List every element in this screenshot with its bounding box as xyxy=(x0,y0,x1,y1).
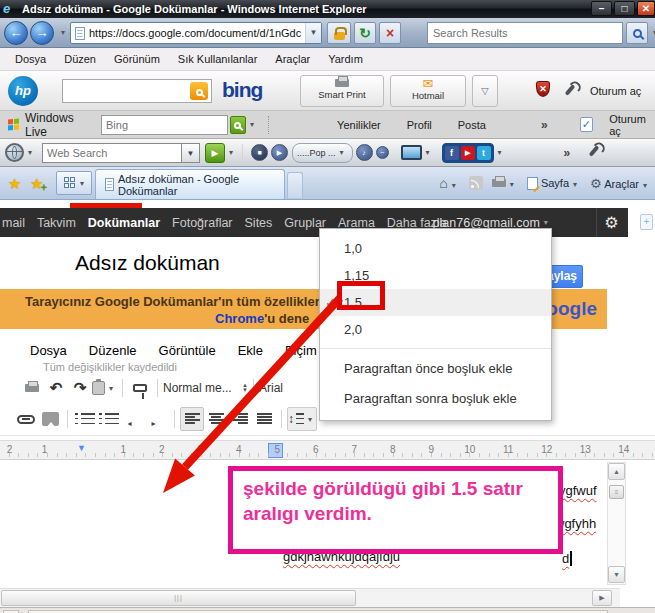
web-search-dropdown[interactable]: ▼ xyxy=(182,143,200,163)
gbar-takvim[interactable]: Takvim xyxy=(37,216,76,230)
indent-marker-icon[interactable]: ▼ xyxy=(77,443,86,453)
web-search-input[interactable] xyxy=(43,144,181,162)
browser-search-box[interactable] xyxy=(427,22,623,44)
chrome-link[interactable]: Chrome xyxy=(215,311,264,326)
media-stop-button[interactable]: ■ xyxy=(251,144,268,161)
paragraph-style-select[interactable]: Normal me... xyxy=(163,381,239,395)
forward-button[interactable]: → xyxy=(30,21,54,45)
hp-toolbar-dropdown[interactable]: ▽ xyxy=(472,75,498,107)
settings-button[interactable]: ⚙ xyxy=(596,208,626,237)
docs-menu-ekle[interactable]: Ekle xyxy=(238,343,263,358)
security-shield-icon[interactable]: ✕ xyxy=(536,81,550,97)
live-overflow-chevron[interactable]: » xyxy=(541,118,548,132)
tv-icon[interactable] xyxy=(401,145,422,160)
gbar-fotograflar[interactable]: Fotoğraflar xyxy=(172,216,232,230)
scroll-up-button[interactable]: ▲ xyxy=(608,463,625,480)
youtube-icon[interactable]: ▶ xyxy=(461,146,475,160)
justify-button[interactable] xyxy=(252,407,276,431)
scroll-down-button[interactable]: ▼ xyxy=(608,566,625,583)
line-spacing-button[interactable]: ↕▾ xyxy=(287,407,317,431)
address-dropdown-icon[interactable]: ▼ xyxy=(305,23,321,43)
align-right-button[interactable] xyxy=(228,407,252,431)
social-dropdown-icon[interactable]: ▾ xyxy=(498,148,502,157)
vertical-scroll-thumb[interactable]: ≡ xyxy=(609,485,624,499)
space-before-paragraph-option[interactable]: Paragraftan önce boşluk ekle xyxy=(320,354,551,384)
menu-gorunum[interactable]: Görünüm xyxy=(105,48,169,71)
spacing-option-1-0[interactable]: 1,0 xyxy=(320,235,551,262)
live-link-posta[interactable]: Posta xyxy=(458,119,486,131)
live-search-input[interactable] xyxy=(102,116,227,134)
live-search-box[interactable] xyxy=(101,115,228,135)
media-station-dropdown-icon[interactable]: ▾ xyxy=(340,144,344,162)
page-menu-button[interactable]: Sayfa▾ xyxy=(527,177,581,190)
gbar-mail[interactable]: mail xyxy=(2,216,25,230)
menu-duzen[interactable]: Düzen xyxy=(55,48,105,71)
live-signin-link[interactable]: Oturum aç xyxy=(609,113,655,137)
space-after-paragraph-option[interactable]: Paragraftan sonra boşluk ekle xyxy=(320,384,551,414)
live-search-button[interactable] xyxy=(230,116,246,134)
docs-menu-dosya[interactable]: Dosya xyxy=(30,343,67,358)
close-button[interactable]: ✕ xyxy=(637,1,655,16)
go-dropdown-icon[interactable]: ▾ xyxy=(229,148,233,157)
home-button[interactable]: ⌂▾ xyxy=(439,175,459,191)
increase-indent-button[interactable] xyxy=(145,407,169,431)
spacing-option-2-0[interactable]: 2,0 xyxy=(320,316,551,343)
wrench-icon[interactable] xyxy=(589,145,600,157)
undo-button[interactable]: ↶ xyxy=(44,376,68,400)
media-station-select[interactable]: .....Pop ... ▾ xyxy=(292,143,353,163)
scroll-right-button[interactable]: ▶ xyxy=(592,590,612,606)
url-text[interactable]: https://docs.google.com/document/d/1nGdc xyxy=(89,27,305,39)
live-link-yenilikler[interactable]: Yenilikler xyxy=(337,119,381,131)
stop-button[interactable]: × xyxy=(379,22,401,44)
gbar-sites[interactable]: Sites xyxy=(245,216,273,230)
gbar-dokumanlar[interactable]: Dokümanlar xyxy=(88,216,160,230)
search-go-button[interactable] xyxy=(626,22,648,44)
menu-araclar[interactable]: Araçlar xyxy=(266,48,319,71)
paint-format-button[interactable] xyxy=(128,376,152,400)
security-lock-button[interactable] xyxy=(327,22,351,44)
insert-image-button[interactable] xyxy=(38,407,62,431)
refresh-button[interactable]: ↻ xyxy=(354,22,376,44)
live-search-dropdown-icon[interactable]: ▾ xyxy=(250,120,254,129)
paste-button[interactable]: ▾ xyxy=(92,376,117,400)
decrease-indent-button[interactable] xyxy=(121,407,145,431)
menu-yardim[interactable]: Yardım xyxy=(319,48,372,71)
live-link-profil[interactable]: Profil xyxy=(407,119,432,131)
tv-dropdown-icon[interactable]: ▾ xyxy=(426,148,430,157)
browser-tab[interactable]: Adsız doküman - Google Dokümanlar xyxy=(95,169,285,199)
font-select[interactable]: Arial xyxy=(259,381,283,395)
horizontal-scroll-thumb[interactable]: ||| xyxy=(1,590,356,606)
history-dropdown-icon[interactable]: ▾ xyxy=(61,28,65,37)
quick-tabs-button[interactable]: ▾ xyxy=(56,171,92,195)
back-button[interactable]: ← xyxy=(4,21,28,45)
insert-link-button[interactable] xyxy=(14,407,38,431)
checkbox-icon[interactable]: ✓ xyxy=(580,117,594,132)
wrench-icon[interactable] xyxy=(565,84,576,96)
browser-search-input[interactable] xyxy=(428,23,622,43)
print-button[interactable]: ▾ xyxy=(492,177,518,189)
globe-icon[interactable] xyxy=(5,143,24,162)
toolbar-overflow-chevron[interactable]: » xyxy=(564,146,571,160)
mute-button[interactable]: − xyxy=(376,146,389,159)
docs-menu-goruntule[interactable]: Görüntüle xyxy=(159,343,216,358)
minimize-button[interactable]: – xyxy=(591,1,612,16)
add-favorite-icon[interactable]: ★＋ xyxy=(30,175,43,192)
document-vertical-scrollbar[interactable]: ▲ ≡ ▼ xyxy=(607,462,626,585)
align-left-button[interactable] xyxy=(180,407,204,431)
hp-search-button[interactable] xyxy=(190,82,208,100)
hotmail-button[interactable]: ✉ Hotmail xyxy=(390,75,466,107)
document-horizontal-scrollbar[interactable]: ||| ▶ xyxy=(0,588,620,607)
document-title[interactable]: Adsız doküman xyxy=(75,251,220,275)
media-play-button[interactable]: ▶ xyxy=(271,144,288,161)
favorites-star-icon[interactable]: ★ xyxy=(8,175,21,193)
menu-dosya[interactable]: Dosya xyxy=(6,48,55,71)
account-dropdown-icon[interactable]: ▾ xyxy=(544,218,548,227)
doc-text-line3-right[interactable]: d xyxy=(562,549,572,567)
print-button[interactable] xyxy=(20,376,44,400)
docs-menu-bicim[interactable]: Biçim xyxy=(285,343,317,358)
bullet-list-button[interactable] xyxy=(97,407,121,431)
web-search-box[interactable] xyxy=(42,143,182,163)
redo-button[interactable]: ↷ xyxy=(68,376,92,400)
numbered-list-button[interactable] xyxy=(73,407,97,431)
style-spinner-icon[interactable]: ▲▼ xyxy=(242,383,248,393)
